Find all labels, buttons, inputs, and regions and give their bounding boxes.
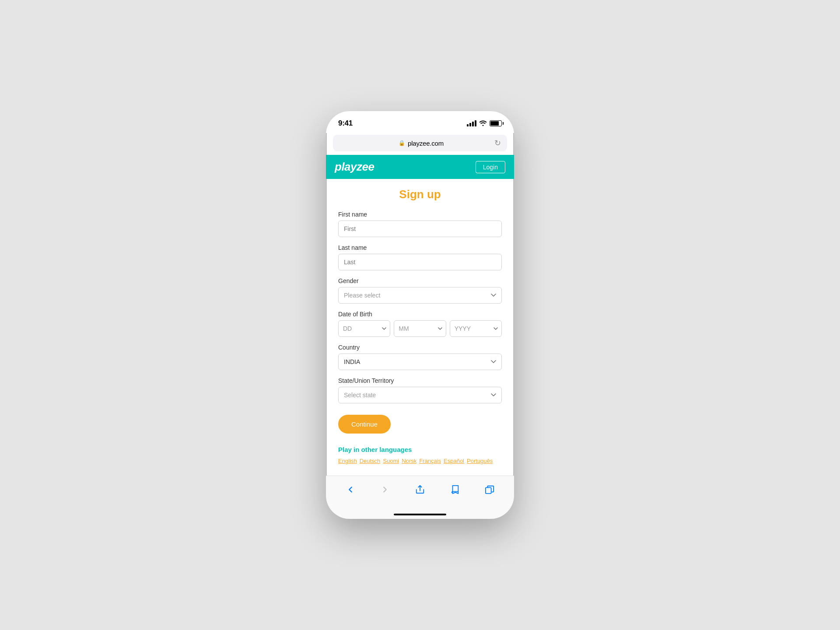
lang-deutsch[interactable]: Deutsch: [360, 458, 381, 464]
browser-bottom-nav: [326, 476, 514, 510]
back-button[interactable]: [342, 481, 359, 498]
status-icons: [467, 120, 502, 127]
first-name-label: First name: [338, 211, 502, 218]
first-name-group: First name: [338, 211, 502, 237]
lang-francais[interactable]: Français: [419, 458, 441, 464]
status-bar: 9:41: [326, 111, 514, 133]
gender-select[interactable]: Please select Male Female Other: [338, 287, 502, 304]
last-name-group: Last name: [338, 244, 502, 270]
lang-portugues[interactable]: Português: [467, 458, 493, 464]
main-content: Sign up First name Last name Gender Plea…: [326, 179, 514, 476]
gender-label: Gender: [338, 277, 502, 284]
address-bar[interactable]: 🔒 playzee.com ↻: [333, 135, 507, 151]
country-label: Country: [338, 344, 502, 351]
gender-group: Gender Please select Male Female Other: [338, 277, 502, 304]
signup-title: Sign up: [338, 188, 502, 201]
last-name-input[interactable]: [338, 254, 502, 270]
country-group: Country INDIA Other: [338, 344, 502, 370]
status-time: 9:41: [338, 119, 353, 128]
signal-icon: [467, 120, 476, 126]
login-button[interactable]: Login: [476, 161, 505, 173]
svg-rect-1: [486, 487, 491, 494]
lang-norsk[interactable]: Norsk: [402, 458, 416, 464]
forward-button[interactable]: [377, 481, 393, 498]
dob-year-select[interactable]: YYYY: [450, 320, 502, 337]
state-label: State/Union Territory: [338, 377, 502, 384]
first-name-input[interactable]: [338, 220, 502, 237]
lang-suomi[interactable]: Suomi: [383, 458, 399, 464]
languages-section: Play in other languages English Deutsch …: [338, 446, 502, 464]
dob-group: Date of Birth DD MM YYYY: [338, 311, 502, 337]
refresh-icon[interactable]: ↻: [494, 138, 501, 148]
lang-espanol[interactable]: Español: [444, 458, 464, 464]
battery-icon: [490, 120, 502, 126]
share-button[interactable]: [412, 481, 428, 498]
app-header: playzee Login: [326, 155, 514, 179]
lock-icon: 🔒: [399, 140, 405, 146]
app-logo: playzee: [335, 160, 374, 174]
dob-day-select[interactable]: DD: [338, 320, 390, 337]
bookmark-button[interactable]: [447, 481, 463, 498]
state-select[interactable]: Select state: [338, 387, 502, 403]
continue-button[interactable]: Continue: [338, 415, 391, 434]
tabs-button[interactable]: [481, 481, 498, 498]
dob-label: Date of Birth: [338, 311, 502, 318]
address-url: playzee.com: [408, 140, 444, 147]
state-group: State/Union Territory Select state: [338, 377, 502, 403]
last-name-label: Last name: [338, 244, 502, 251]
languages-title: Play in other languages: [338, 446, 502, 453]
country-select[interactable]: INDIA Other: [338, 354, 502, 370]
phone-frame: 9:41 🔒 playzee.com: [326, 111, 514, 519]
lang-english[interactable]: English: [338, 458, 357, 464]
wifi-icon: [479, 120, 487, 127]
home-indicator: [326, 510, 514, 519]
languages-list: English Deutsch Suomi Norsk Français Esp…: [338, 458, 502, 464]
dob-row: DD MM YYYY: [338, 320, 502, 337]
dob-month-select[interactable]: MM: [394, 320, 446, 337]
